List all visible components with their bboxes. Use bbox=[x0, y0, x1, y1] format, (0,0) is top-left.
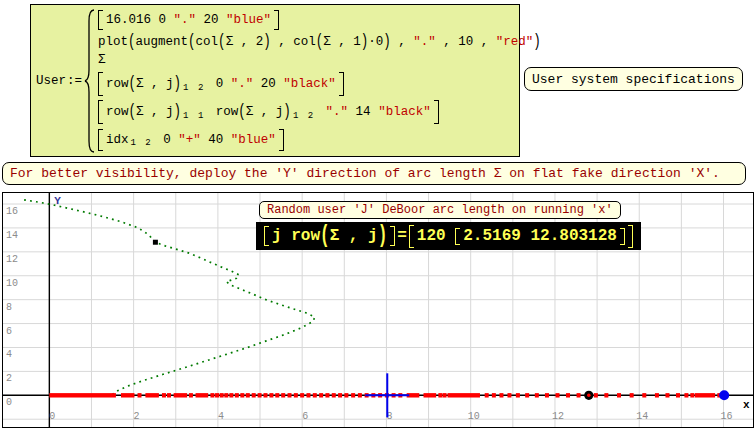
assign-operator: := bbox=[67, 74, 82, 88]
math-token: Σ , j bbox=[330, 227, 378, 245]
bracket-glyph bbox=[264, 226, 269, 246]
x-tick-labels: 0246810121416 bbox=[49, 411, 732, 422]
math-token: ( bbox=[129, 102, 137, 122]
math-token: ( bbox=[238, 102, 246, 122]
bracket-glyph bbox=[455, 228, 460, 245]
svg-text:14: 14 bbox=[636, 411, 648, 422]
math-token: ( bbox=[128, 31, 136, 51]
black-square-curve-marker bbox=[153, 240, 158, 245]
bracket-glyph bbox=[98, 129, 103, 151]
math-token: "." bbox=[326, 105, 349, 119]
math-token: row bbox=[106, 105, 129, 119]
svg-text:0: 0 bbox=[49, 411, 55, 422]
math-token: ) bbox=[378, 223, 388, 249]
math-token: ) bbox=[263, 31, 271, 51]
svg-text:8: 8 bbox=[6, 302, 12, 313]
math-token bbox=[318, 105, 326, 119]
math-token: 1 1 bbox=[183, 111, 205, 124]
math-token: j row bbox=[272, 227, 320, 245]
expression-list: 16.016 0 "." 20 "blue"plot(augment(col(Σ… bbox=[98, 5, 541, 156]
bracket-glyph bbox=[98, 72, 103, 96]
black-axis-dot-marker bbox=[584, 391, 593, 400]
math-token: Σ , j bbox=[246, 105, 284, 119]
bracket-glyph bbox=[409, 225, 414, 248]
brace-icon bbox=[84, 8, 96, 154]
math-token: col bbox=[196, 35, 219, 49]
expression-row[interactable]: row(Σ , j)1 1 row(Σ , j)1 2 "." 14 "blac… bbox=[98, 100, 541, 124]
math-token: ·0 bbox=[368, 35, 383, 49]
math-token: row bbox=[216, 105, 239, 119]
math-token: Σ , j bbox=[136, 105, 174, 119]
bracket-glyph bbox=[620, 228, 625, 245]
result-readout[interactable]: j row(Σ , j)=120 2.5169 12.803128 bbox=[256, 222, 641, 250]
expression-row[interactable]: idx1 2 0 "+" 40 "blue" bbox=[98, 129, 541, 151]
banner-note[interactable]: For better visibility, deploy the 'Y' di… bbox=[2, 162, 746, 185]
plot-title-text: Random user 'J' DeBoor arc length on run… bbox=[267, 203, 613, 217]
expression-row[interactable]: row(Σ , j)1 2 0 "." 20 "black" bbox=[98, 72, 541, 96]
math-token: 20 bbox=[253, 77, 283, 91]
bracket-glyph bbox=[628, 225, 633, 248]
plot-region[interactable]: 02468101214160246810121416Yx Random user… bbox=[2, 192, 754, 428]
math-token: 1 2 bbox=[131, 138, 153, 151]
math-token: Σ , 2 bbox=[226, 35, 264, 49]
expression-row[interactable]: 16.016 0 "." 20 "blue" bbox=[98, 10, 541, 30]
bracket-glyph bbox=[434, 100, 439, 124]
math-token: ) bbox=[174, 74, 182, 94]
bracket-glyph bbox=[98, 100, 103, 124]
user-definition-region[interactable]: User := 16.016 0 "." 20 "blue"plot(augme… bbox=[30, 4, 520, 157]
x-axis-title: x bbox=[743, 399, 750, 411]
svg-text:16: 16 bbox=[720, 411, 732, 422]
math-token: 16.016 0 bbox=[106, 13, 174, 27]
svg-text:2: 2 bbox=[6, 373, 12, 384]
math-token: "blue" bbox=[231, 133, 276, 147]
svg-text:4: 4 bbox=[6, 349, 12, 360]
expression-row[interactable]: Σ bbox=[98, 53, 541, 67]
math-token: row bbox=[106, 77, 129, 91]
math-token: 1 2 bbox=[293, 111, 315, 124]
math-token: , 10 , bbox=[436, 35, 496, 49]
spec-label[interactable]: User system specifications bbox=[524, 67, 743, 91]
math-token: ) bbox=[174, 102, 182, 122]
math-token: Σ , j bbox=[136, 77, 174, 91]
bracket-glyph bbox=[390, 226, 395, 246]
svg-text:10: 10 bbox=[6, 278, 18, 289]
math-token: 20 bbox=[196, 13, 226, 27]
svg-text:12: 12 bbox=[6, 254, 18, 265]
bracket-glyph bbox=[339, 72, 344, 96]
math-token: ) bbox=[283, 102, 291, 122]
math-token: , bbox=[391, 35, 414, 49]
math-token: ( bbox=[218, 31, 226, 51]
blue-endpoint-marker bbox=[719, 390, 729, 400]
math-token: 0 bbox=[156, 133, 179, 147]
svg-text:4: 4 bbox=[218, 411, 224, 422]
math-token: 0 bbox=[208, 77, 231, 91]
math-token: "black" bbox=[378, 105, 431, 119]
math-token: ( bbox=[316, 31, 324, 51]
math-token: "red" bbox=[496, 35, 534, 49]
math-token: 120 bbox=[417, 227, 455, 245]
plot-title-label[interactable]: Random user 'J' DeBoor arc length on run… bbox=[259, 201, 621, 219]
svg-text:10: 10 bbox=[468, 411, 480, 422]
math-token: ) bbox=[533, 31, 541, 51]
math-token: "+" bbox=[178, 133, 201, 147]
math-token: 2.5169 12.803128 bbox=[463, 227, 617, 245]
expression-row[interactable]: plot(augment(col(Σ , 2) , col(Σ , 1)·0) … bbox=[98, 35, 541, 49]
math-token: ) bbox=[383, 31, 391, 51]
math-token: Σ , 1 bbox=[323, 35, 361, 49]
bracket-glyph bbox=[279, 129, 284, 151]
math-token: ( bbox=[188, 31, 196, 51]
banner-note-text: For better visibility, deploy the 'Y' di… bbox=[10, 166, 720, 181]
math-token: "." bbox=[413, 35, 436, 49]
svg-text:12: 12 bbox=[552, 411, 564, 422]
math-token: 40 bbox=[201, 133, 231, 147]
math-token: = bbox=[397, 227, 407, 245]
math-token: 14 bbox=[348, 105, 378, 119]
math-token: , bbox=[271, 35, 294, 49]
math-token: "black" bbox=[283, 77, 336, 91]
svg-text:0: 0 bbox=[6, 397, 12, 408]
math-token: ) bbox=[361, 31, 369, 51]
math-token: augment bbox=[136, 35, 189, 49]
math-token bbox=[208, 105, 216, 119]
spec-label-text: User system specifications bbox=[532, 72, 735, 87]
bracket-glyph bbox=[274, 10, 279, 30]
